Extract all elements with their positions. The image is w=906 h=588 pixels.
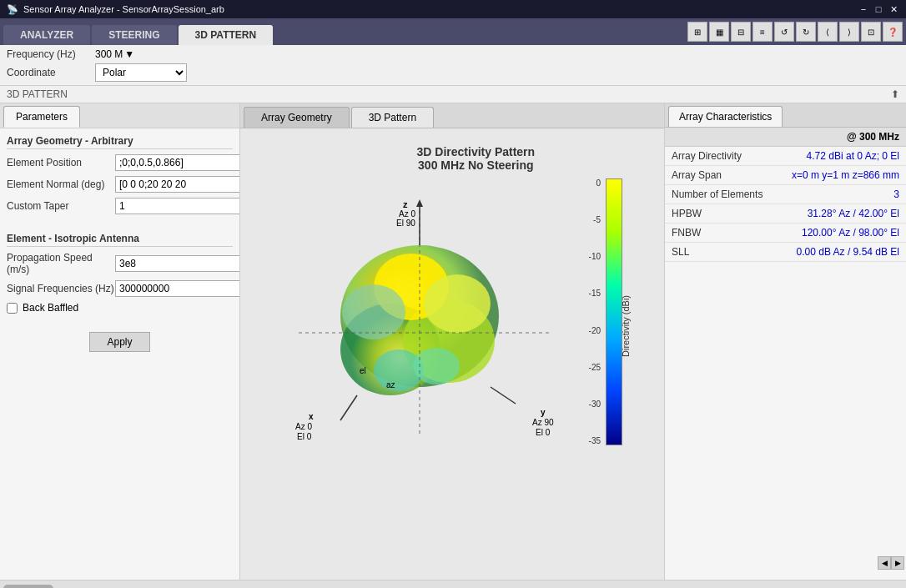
sll-label: SLL [672,246,797,258]
scrollbar-thumb[interactable] [3,585,53,589]
color-bar [606,178,622,445]
tab-array-geometry[interactable]: Array Geometry [244,107,350,128]
collapse-icon[interactable]: ⬆ [891,88,899,100]
element-normal-label: Element Normal (deg) [7,178,115,190]
scale-35: -35 [589,436,601,445]
x-label: x [309,412,314,421]
element-normal-input[interactable] [115,176,240,193]
svg-point-4 [424,274,491,333]
char-row-span: Array Span x=0 m y=1 m z=866 mm [665,166,906,185]
az-label: az [386,380,395,389]
scale-30: -30 [589,400,601,409]
scale-0: 0 [589,178,601,188]
toolbar-icon-4[interactable]: ≡ [752,22,773,42]
x-az0-label: Az 0 [295,422,312,431]
span-label: Array Span [672,169,792,181]
tab-analyzer[interactable]: ANALYZER [3,25,90,45]
array-char-header: @ 300 MHz [665,128,906,147]
minimize-button[interactable]: − [858,3,869,15]
element-section: Element - Isotropic Antenna Propagation … [0,226,239,325]
custom-taper-label: Custom Taper [7,200,115,212]
hpbw-value: 31.28° Az / 42.00° El [799,208,899,219]
scale-labels: 0 -5 -10 -15 -20 -25 -30 -35 [589,178,601,445]
tab-3d-pattern[interactable]: 3D Pattern [351,107,434,128]
title-bar-text: Sensor Array Analyzer - SensorArraySessi… [23,4,224,14]
element-section-title: Element - Isotropic Antenna [7,233,233,247]
chart-title-line2: 300 MHz No Steering [417,158,536,172]
app-icon: 📡 [7,4,18,15]
toolbar-icon-6[interactable]: ↻ [796,22,816,42]
propagation-speed-input[interactable] [115,255,240,272]
toolbar-icon-10[interactable]: ❓ [883,22,903,42]
scale-10: -10 [589,252,601,261]
frequency-label: Frequency (Hz) [7,48,82,60]
y-az90-label: Az 90 [532,418,554,427]
custom-taper-row: Custom Taper [7,198,233,214]
toolbar-icon-2[interactable]: ▦ [709,22,729,42]
tab-3dpattern[interactable]: 3D PATTERN [179,25,274,45]
element-position-input[interactable] [115,154,240,171]
center-tab-bar: Array Geometry 3D Pattern [240,103,664,128]
char-row-sll: SLL 0.00 dB Az / 9.54 dB El [665,243,906,262]
el-label: el [360,366,366,375]
propagation-speed-label: Propagation Speed (m/s) [7,252,115,275]
y-label: y [541,408,546,417]
title-bar: 📡 Sensor Array Analyzer - SensorArraySes… [0,0,906,18]
back-baffled-checkbox[interactable] [7,303,18,314]
tab-steering[interactable]: STEERING [92,25,176,45]
apply-button[interactable]: Apply [89,332,149,352]
toolbar-icon-3[interactable]: ⊟ [731,22,751,42]
color-scale: 0 -5 -10 -15 -20 -25 -30 -35 Directivity… [589,178,622,445]
bottom-bar [0,580,906,588]
scroll-right-button[interactable]: ▶ [891,556,904,570]
array-char-rows: Array Directivity 4.72 dBi at 0 Az; 0 El… [665,147,906,262]
scale-20: -20 [589,326,601,335]
array-char-header-value: @ 300 MHz [786,128,907,146]
elements-value: 3 [799,188,899,200]
z-el90-label: El 90 [396,219,415,228]
pattern-svg[interactable] [290,195,557,462]
signal-freq-input[interactable] [115,280,240,297]
element-position-label: Element Position [7,157,115,168]
element-position-row: Element Position m [7,154,233,171]
left-panel: Parameters Array Geometry - Arbitrary El… [0,103,240,580]
left-tab-parameters[interactable]: Parameters [3,106,80,128]
frequency-dropdown[interactable]: 300 M ▼ [95,48,134,60]
custom-taper-input[interactable] [115,198,240,214]
scale-5: -5 [589,215,601,224]
fnbw-label: FNBW [672,227,799,239]
right-panel: Array Characteristics @ 300 MHz Array Di… [664,103,906,580]
right-panel-tab[interactable]: Array Characteristics [668,106,783,127]
left-panel-tab-bar: Parameters [0,103,239,128]
back-baffled-row: Back Baffled [7,302,233,314]
signal-freq-row: Signal Frequencies (Hz) [7,280,233,297]
toolbar-icon-5[interactable]: ↺ [774,22,794,42]
element-normal-row: Element Normal (deg) [7,176,233,193]
coordinate-select[interactable]: Polar [95,63,187,82]
svg-marker-11 [416,199,423,207]
section-label-text: 3D PATTERN [7,88,68,100]
chart-title-line1: 3D Directivity Pattern [417,145,536,158]
maximize-button[interactable]: □ [873,3,884,15]
char-row-elements: Number of Elements 3 [665,185,906,204]
scroll-left-button[interactable]: ◀ [878,556,891,570]
toolbar-icon-9[interactable]: ⊡ [861,22,881,42]
scale-15: -15 [589,289,601,298]
sll-value: 0.00 dB Az / 9.54 dB El [797,246,899,258]
char-row-directivity: Array Directivity 4.72 dBi at 0 Az; 0 El [665,147,906,166]
toolbar-icon-1[interactable]: ⊞ [687,22,707,42]
signal-freq-label: Signal Frequencies (Hz) [7,283,115,294]
coordinate-label: Coordinate [7,67,82,78]
close-button[interactable]: ✕ [888,3,899,15]
back-baffled-label: Back Baffled [23,302,78,314]
elements-label: Number of Elements [672,188,799,200]
center-panel: Array Geometry 3D Pattern 3D Directivity… [240,103,664,580]
propagation-speed-row: Propagation Speed (m/s) [7,252,233,275]
toolbar-icon-8[interactable]: ⟩ [839,22,859,42]
toolbar-icon-7[interactable]: ⟨ [818,22,838,42]
y-el0-label: El 0 [536,428,550,437]
hpbw-label: HPBW [672,208,799,219]
svg-point-5 [342,284,405,339]
directivity-axis-label: Directivity (dBi) [621,295,631,357]
z-az0-label: Az 0 [399,209,415,219]
